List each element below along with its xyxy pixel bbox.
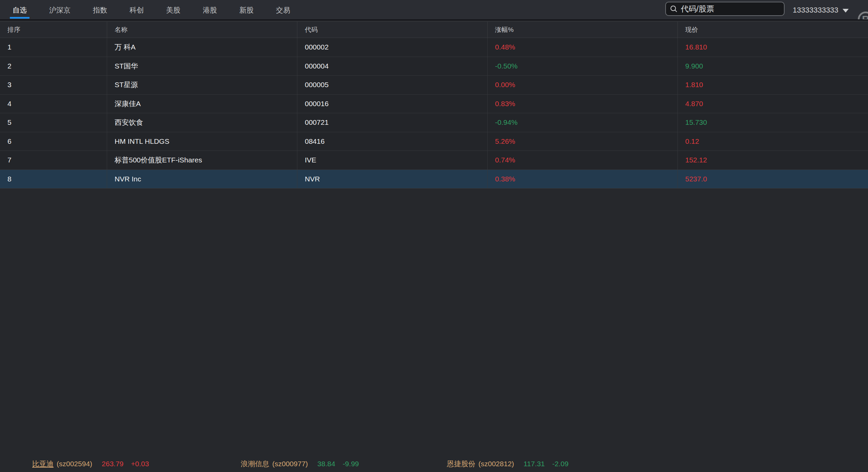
- ticker-stock-name[interactable]: 恩捷股份: [447, 459, 475, 469]
- ticker-stock-code: (sz002594): [57, 460, 92, 468]
- cell-code: IVE: [297, 151, 488, 170]
- nav-tab[interactable]: 美股: [155, 0, 192, 20]
- nav-tab[interactable]: 新股: [228, 0, 265, 20]
- cell-name: NVR Inc: [107, 170, 297, 189]
- ticker-stock-name[interactable]: 比亚迪: [32, 459, 54, 469]
- nav-tab[interactable]: 交易: [265, 0, 301, 20]
- column-header-name[interactable]: 名称: [107, 22, 297, 38]
- account-menu[interactable]: 13333333333: [793, 0, 849, 20]
- nav-tab-label: 交易: [276, 5, 290, 15]
- cell-code: 000016: [297, 95, 488, 113]
- cell-price: 5237.0: [678, 170, 868, 189]
- table-row[interactable]: 3 ST星源 000005 0.00% 1.810: [0, 76, 868, 95]
- ticker-price: 263.79: [102, 460, 123, 468]
- cell-rank: 1: [0, 38, 107, 57]
- search-input[interactable]: [681, 4, 780, 14]
- nav-tab-label: 指数: [93, 5, 107, 15]
- cell-price: 16.810: [678, 38, 868, 57]
- column-header-change[interactable]: 涨幅%: [488, 22, 678, 38]
- cell-rank: 4: [0, 95, 107, 113]
- nav-tab[interactable]: 科创: [118, 0, 155, 20]
- cell-rank: 6: [0, 132, 107, 151]
- table-row[interactable]: 6 HM INTL HLDGS 08416 5.26% 0.12: [0, 132, 868, 151]
- column-header-rank[interactable]: 排序: [0, 22, 107, 38]
- ticker-change: -9.99: [343, 460, 359, 468]
- cell-price: 15.730: [678, 113, 868, 132]
- cell-code: 000721: [297, 113, 488, 132]
- cell-rank: 3: [0, 76, 107, 94]
- table-row[interactable]: 2 ST国华 000004 -0.50% 9.900: [0, 57, 868, 76]
- cell-change: 0.83%: [488, 95, 678, 113]
- table-header: 排序 名称 代码 涨幅% 现价: [0, 21, 868, 38]
- nav-tab[interactable]: 自选: [1, 0, 38, 20]
- cell-change: 0.38%: [488, 170, 678, 189]
- chevron-down-icon: [843, 9, 849, 13]
- ticker-item: 比亚迪 (sz002594) 263.79 +0.03: [32, 459, 149, 469]
- cell-change: -0.94%: [488, 113, 678, 132]
- cell-price: 0.12: [678, 132, 868, 151]
- ticker-price: 38.84: [317, 460, 335, 468]
- cell-name: ST星源: [107, 76, 297, 94]
- cell-rank: 2: [0, 57, 107, 76]
- cell-price: 4.870: [678, 95, 868, 113]
- account-phone: 13333333333: [793, 6, 839, 15]
- nav-tab-label: 科创: [130, 5, 144, 15]
- table-row[interactable]: 1 万 科A 000002 0.48% 16.810: [0, 38, 868, 57]
- nav-tab-label: 自选: [13, 5, 27, 15]
- search-box[interactable]: [665, 2, 785, 16]
- ticker-stock-code: (sz002812): [478, 460, 514, 468]
- cell-change: 0.00%: [488, 76, 678, 94]
- nav-tab-label: 美股: [166, 5, 180, 15]
- ticker-item: 浪潮信息 (sz000977) 38.84 -9.99: [241, 459, 359, 469]
- cell-price: 1.810: [678, 76, 868, 94]
- cell-name: ST国华: [107, 57, 297, 76]
- cell-name: 标普500价值股ETF-iShares: [107, 151, 297, 170]
- cell-code: 000005: [297, 76, 488, 94]
- cell-code: 08416: [297, 132, 488, 151]
- watchlist-table: 1 万 科A 000002 0.48% 16.810 2 ST国华 000004…: [0, 38, 868, 189]
- cell-change: 5.26%: [488, 132, 678, 151]
- ticker-price: 117.31: [524, 460, 545, 468]
- cell-name: 西安饮食: [107, 113, 297, 132]
- cell-price: 152.12: [678, 151, 868, 170]
- table-row[interactable]: 5 西安饮食 000721 -0.94% 15.730: [0, 113, 868, 132]
- nav-tab-label: 港股: [203, 5, 217, 15]
- cell-rank: 5: [0, 113, 107, 132]
- cell-change: 0.48%: [488, 38, 678, 57]
- bottom-ticker-bar: 比亚迪 (sz002594) 263.79 +0.03 浪潮信息 (sz0009…: [0, 456, 868, 472]
- ticker-stock-name[interactable]: 浪潮信息: [241, 459, 269, 469]
- cell-rank: 8: [0, 170, 107, 189]
- nav-tab-label: 沪深京: [49, 5, 71, 15]
- cell-name: 万 科A: [107, 38, 297, 57]
- table-row[interactable]: 7 标普500价值股ETF-iShares IVE 0.74% 152.12: [0, 151, 868, 170]
- ticker-change: -2.09: [552, 460, 569, 468]
- column-header-price[interactable]: 现价: [678, 22, 868, 38]
- cell-change: 0.74%: [488, 151, 678, 170]
- table-row[interactable]: 8 NVR Inc NVR 0.38% 5237.0: [0, 170, 868, 189]
- cell-name: HM INTL HLDGS: [107, 132, 297, 151]
- cell-change: -0.50%: [488, 57, 678, 76]
- nav-tab-label: 新股: [239, 5, 254, 15]
- ticker-stock-code: (sz000977): [272, 460, 308, 468]
- cell-rank: 7: [0, 151, 107, 170]
- cell-name: 深康佳A: [107, 95, 297, 113]
- ticker-change: +0.03: [131, 460, 149, 468]
- search-icon: [670, 5, 677, 13]
- cell-code: 000002: [297, 38, 488, 57]
- cell-code: 000004: [297, 57, 488, 76]
- nav-tab[interactable]: 指数: [82, 0, 118, 20]
- ticker-item: 恩捷股份 (sz002812) 117.31 -2.09: [447, 459, 569, 469]
- cell-code: NVR: [297, 170, 488, 189]
- cell-price: 9.900: [678, 57, 868, 76]
- nav-tab[interactable]: 沪深京: [38, 0, 82, 20]
- top-nav-bar: 自选 沪深京 指数 科创 美股 港股 新股: [0, 0, 868, 20]
- table-row[interactable]: 4 深康佳A 000016 0.83% 4.870: [0, 95, 868, 114]
- nav-tab[interactable]: 港股: [192, 0, 228, 20]
- column-header-code[interactable]: 代码: [297, 22, 488, 38]
